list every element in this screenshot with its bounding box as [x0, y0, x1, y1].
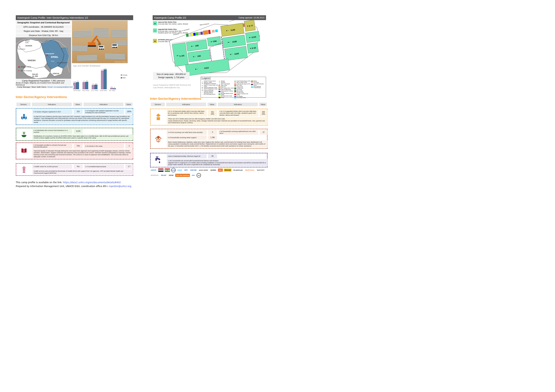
erbil-label: ERBIL — [51, 56, 58, 58]
legend-glyph-icon: ‖ — [201, 88, 203, 90]
main-entrance-label: Main Entrance — [200, 23, 209, 26]
legend-item-label: Football Yard — [237, 88, 243, 89]
bar-group: 13180 — [110, 88, 116, 89]
bar-female: 724 — [82, 82, 85, 89]
legend-glyph-icon: ❋ — [201, 87, 203, 88]
legend-glyph-icon: ● — [219, 84, 220, 85]
value-cell: 12 — [260, 130, 267, 135]
legend-color-swatch — [219, 89, 220, 90]
chart-plot-area: 6767257247664314621,9152,04113180 — [73, 69, 117, 89]
legend-item: Fire Brigade — [234, 96, 251, 97]
layout-credit: Layout Prepared by UNHCR Erbil Technical… — [153, 84, 191, 89]
legend-item-label: BCF Secondary School — [204, 94, 215, 95]
bar-value-label: 766 — [86, 80, 88, 82]
column-header: Indicators — [32, 103, 72, 106]
kurdistan-flag — [165, 168, 170, 172]
facility-block — [186, 34, 189, 37]
legend-color-swatch — [219, 93, 220, 95]
block-icons: ▲⌂ — [229, 53, 233, 55]
region-map: DUHOK NINEWA SULAYMANIYAH KIRKUK SALAH A… — [16, 37, 71, 79]
sulaymaniyah-label: SULAYMANIYAH — [57, 62, 68, 64]
relief-box-icon — [154, 135, 162, 143]
partner-logo: RELIEF — [160, 174, 167, 177]
page2-section-heading: Inter-Sector/Agency Interventions — [150, 97, 201, 100]
value-cell: 6,029 — [74, 129, 83, 134]
legend-item: ⌂UNHCR/ UNESCO Secondary School — [201, 91, 218, 94]
legend-pattern-swatch — [219, 85, 220, 86]
indicator-cell: # of boys/girls enrolled in schools (For… — [32, 144, 72, 149]
category-label: 12-17 Years — [91, 90, 98, 91]
legend-item: Child Friendly Space (CFS) — [234, 84, 251, 85]
open-book-icon — [20, 147, 28, 155]
footer-email-link[interactable]: irqerbim@unhcr.org — [109, 185, 131, 187]
tent-icon: ▲ — [153, 39, 157, 43]
page2-title: Kawergosk Camp Profile 2/2 — [154, 16, 186, 19]
legend-item-label: Camp Fence — [237, 86, 243, 87]
sector-icon-cell — [151, 154, 165, 166]
legend-item: TBorehole — [219, 82, 234, 83]
legend-item-label: Cholera Treatment Unit (CTU) — [237, 93, 251, 96]
partner-logo: peace winds — [198, 169, 209, 172]
legend-color-swatch — [251, 84, 253, 85]
legend-color-swatch — [219, 88, 220, 89]
block-icons: ▲⌂ — [248, 36, 252, 38]
partner-logo: WFP — [184, 169, 188, 172]
to-erbil-arrow — [229, 20, 238, 22]
legend-item-label: UNHCR Distribution Center — [204, 87, 217, 88]
partner-logo: NRC — [218, 169, 223, 172]
legend-item-label: WFP Food Market — [221, 84, 230, 85]
legend-glyph-icon: ⌂ — [201, 94, 203, 95]
legend-item-label: Fuel Depot — [253, 82, 259, 83]
border-crossing-legend-icon: ⇄ — [18, 70, 19, 71]
legend-item: Fuel Depot — [251, 82, 266, 83]
legend-item-label: Community Center — [237, 97, 246, 98]
partner-logo: unicef — [177, 169, 183, 172]
food-bowl-icon — [20, 131, 28, 138]
bar-value-label: 724 — [83, 80, 85, 82]
khalil-label: Khalil — [25, 42, 29, 43]
page2-table-header: SectorsIndicatorsValueIndicatorsValue — [150, 103, 268, 106]
truck-1 — [98, 46, 104, 49]
column-header: Indicators — [84, 103, 124, 106]
indicator-cell: % of refugees with updated registration … — [84, 109, 124, 114]
bar-group: 676725 — [73, 82, 79, 89]
value-cell: 83 — [208, 154, 217, 158]
legend-item: Almasala Women Social Center — [219, 93, 234, 95]
legend-color-swatch — [251, 82, 253, 83]
legend-item: UPP Child Protection Center — [251, 84, 266, 86]
indicator-cell: # & % of upgraded shelter plots (concret… — [218, 110, 258, 116]
legend-item-label: Police and Security — [204, 90, 213, 91]
legend-item: ⌂BCF Secondary School — [201, 94, 218, 95]
indicator-cell: 1-4 consultations/person/year — [84, 164, 124, 169]
camp-manager-label: Camp Manager: Nizar Salih Hamo — [17, 86, 46, 88]
legend-pattern-swatch — [251, 86, 253, 88]
peshkabour-label: Peshkabour — [18, 48, 25, 50]
facility-block — [188, 33, 191, 36]
construction-photo: UNHCR/O. Zhdanov — [72, 21, 128, 63]
partner-logo: Terre des hommes — [175, 174, 190, 177]
legend-item-label: NRC Shelter — [237, 91, 243, 92]
legend-item: PAO CFS — [219, 86, 234, 87]
legend-color-swatch — [234, 89, 236, 90]
camp-manager-row: Camp Manager: Nizar Salih Hamo Email: cm… — [16, 86, 74, 88]
facility-block — [196, 32, 198, 36]
camp-manager-email-link[interactable]: Email: cm.kawrgosk@bcf.krd — [48, 86, 73, 88]
legend-item: Water Tanks — [219, 85, 234, 86]
value-cell: 0 — [208, 130, 217, 135]
profile-link[interactable]: https://data2.unhcr.org/en/documents/det… — [63, 181, 121, 184]
caduceus-icon — [20, 166, 28, 173]
legend-item-label: Water Tanks — [221, 85, 227, 86]
legend-glyph-icon: Ⓟ — [201, 90, 203, 91]
partner-logo: INTERSOS — [150, 174, 159, 177]
sector-note: Improved quality of education through pi… — [32, 149, 133, 158]
sector-section-education: # of boys/girls enrolled in schools (For… — [16, 143, 133, 159]
legend-color-swatch — [219, 91, 220, 92]
partner-logo: Un ponto per — [233, 169, 243, 172]
legend-item: Camp Fence — [234, 86, 251, 87]
facility-block — [200, 32, 203, 35]
kirkuk-label: KIRKUK — [53, 73, 59, 75]
value-cell: 2.7 — [125, 164, 133, 169]
indicator-cell: # of households receiving replenishment … — [218, 130, 258, 135]
value-cell: 2 — [125, 144, 133, 149]
camp-opened-label: Camp opened: 15.08.2013 — [239, 16, 264, 19]
